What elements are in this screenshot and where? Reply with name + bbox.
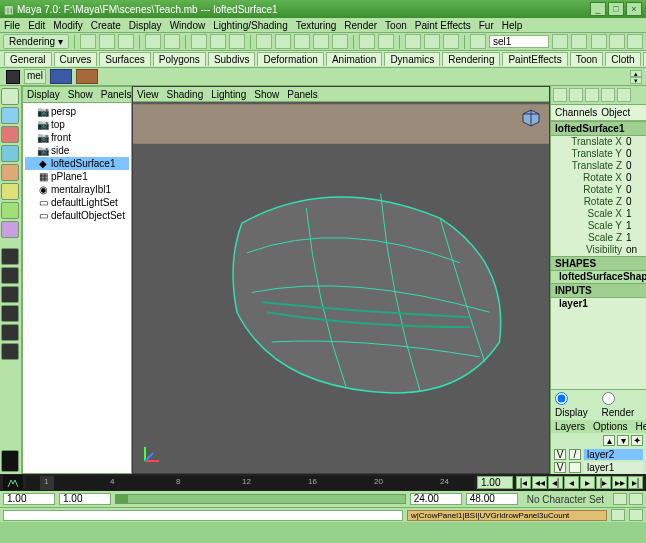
move-tool[interactable] (1, 126, 19, 143)
viewport-menu-shading[interactable]: Shading (167, 89, 204, 99)
channel-box-toggle-icon[interactable] (553, 88, 567, 102)
playback-end-field[interactable]: 24.00 (410, 493, 462, 505)
outliner-item[interactable]: ▦pPlane1 (25, 170, 129, 183)
outliner-item[interactable]: ◉mentalrayIbl1 (25, 183, 129, 196)
four-view-layout[interactable] (1, 343, 19, 360)
layer-render-mode[interactable]: Render (602, 392, 643, 418)
three-pane-layout[interactable] (1, 324, 19, 341)
play-backward-button[interactable]: ◂ (564, 476, 579, 489)
step-back-button[interactable]: ◂◂ (532, 476, 547, 489)
command-line-input[interactable] (3, 510, 403, 521)
outliner-menu-display[interactable]: Display (27, 89, 60, 100)
layer-visibility-toggle[interactable]: V (554, 462, 566, 473)
single-pane-layout[interactable] (1, 248, 19, 265)
snap-point-icon[interactable] (294, 34, 310, 49)
save-scene-button[interactable] (118, 34, 134, 49)
layer-editor-toggle-icon[interactable] (569, 88, 583, 102)
menu-render[interactable]: Render (344, 20, 377, 31)
rotate-tool[interactable] (1, 145, 19, 162)
panel-collapse-icon[interactable] (617, 88, 631, 102)
layer-menu-layers[interactable]: Layers (555, 421, 585, 432)
snap-live-icon[interactable] (332, 34, 348, 49)
undo-button[interactable] (145, 34, 161, 49)
outliner-menu-show[interactable]: Show (68, 89, 93, 100)
shelf-tab-cloth[interactable]: Cloth (605, 52, 640, 66)
menu-create[interactable]: Create (91, 20, 121, 31)
attr-value[interactable]: 1 (626, 208, 644, 220)
layer-display-type-toggle[interactable]: / (569, 449, 581, 460)
new-scene-button[interactable] (80, 34, 96, 49)
layer-menu-options[interactable]: Options (593, 421, 627, 432)
layer-menu-help[interactable]: Help (635, 421, 646, 432)
quick-select-field[interactable] (489, 35, 549, 48)
playback-start-field[interactable]: 1.00 (59, 493, 111, 505)
redo-button[interactable] (164, 34, 180, 49)
layer-name[interactable]: layer2 (584, 449, 643, 460)
snap-grid-icon[interactable] (256, 34, 272, 49)
shelf-menu-icon[interactable] (6, 70, 20, 84)
viewport-menu-panels[interactable]: Panels (287, 89, 318, 99)
select-tool-icon[interactable] (191, 34, 207, 49)
maximize-button[interactable]: □ (608, 2, 624, 16)
menu-window[interactable]: Window (170, 20, 206, 31)
current-time-field[interactable]: 1.00 (477, 476, 513, 489)
shelf-tab-rendering[interactable]: Rendering (442, 52, 500, 66)
layer-visibility-toggle[interactable]: V (554, 449, 566, 460)
new-layer-icon[interactable]: ✦ (631, 435, 643, 446)
menu-edit[interactable]: Edit (28, 20, 45, 31)
manipulator-tool[interactable] (1, 183, 19, 200)
two-pane-side-layout[interactable] (1, 286, 19, 303)
close-button[interactable]: × (626, 2, 642, 16)
history-on-icon[interactable] (359, 34, 375, 49)
menu-texturing[interactable]: Texturing (296, 20, 337, 31)
menu-modify[interactable]: Modify (53, 20, 82, 31)
shelf-tab-animation[interactable]: Animation (326, 52, 382, 66)
shelf-scroll-up[interactable]: ▴ (630, 70, 642, 77)
outliner-item[interactable]: ◆loftedSurface1 (25, 157, 129, 170)
shelf-scroll-down[interactable]: ▾ (630, 77, 642, 84)
attribute-editor-icon[interactable] (585, 88, 599, 102)
shelf-tab-polygons[interactable]: Polygons (153, 52, 206, 66)
tab-object[interactable]: Object (601, 107, 630, 118)
shelf-tab-painteffects[interactable]: PaintEffects (502, 52, 567, 66)
menu-fur[interactable]: Fur (479, 20, 494, 31)
go-to-end-button[interactable]: ▸| (628, 476, 643, 489)
prev-key-button[interactable]: ◂| (548, 476, 563, 489)
attr-value[interactable]: 1 (626, 232, 644, 244)
outliner-item[interactable]: 📷persp (25, 105, 129, 118)
shelf-tab-dynamics[interactable]: Dynamics (384, 52, 440, 66)
layer-display-type-toggle[interactable] (569, 462, 581, 473)
attr-value[interactable]: 1 (626, 220, 644, 232)
anim-prefs-button[interactable] (629, 493, 643, 505)
outliner-item[interactable]: 📷front (25, 131, 129, 144)
script-editor-button[interactable] (611, 509, 625, 521)
attr-value[interactable]: 0 (626, 148, 644, 160)
view-cube-icon[interactable] (521, 108, 541, 128)
viewport-menu-view[interactable]: View (137, 89, 159, 99)
shelf-tab-toon[interactable]: Toon (570, 52, 604, 66)
menu-lightingshading[interactable]: Lighting/Shading (213, 20, 288, 31)
anim-start-field[interactable]: 1.00 (3, 493, 55, 505)
two-pane-stack-layout[interactable] (1, 305, 19, 322)
help-line-toggle[interactable] (629, 509, 643, 521)
character-set-display[interactable]: No Character Set (522, 494, 609, 505)
layer-display-mode[interactable]: Display (555, 392, 596, 418)
show-channel-box[interactable] (627, 34, 643, 49)
shelf-tab-surfaces[interactable]: Surfaces (99, 52, 150, 66)
range-slider[interactable] (115, 494, 406, 504)
outliner-item[interactable]: 📷side (25, 144, 129, 157)
mel-tab[interactable]: mel (24, 69, 46, 84)
menu-painteffects[interactable]: Paint Effects (415, 20, 471, 31)
attr-value[interactable]: 0 (626, 184, 644, 196)
viewport-menu-lighting[interactable]: Lighting (211, 89, 246, 99)
move-layer-down-icon[interactable]: ▾ (617, 435, 629, 446)
shelf-tab-subdivs[interactable]: Subdivs (208, 52, 256, 66)
snap-curve-icon[interactable] (275, 34, 291, 49)
quick-select-prev[interactable] (552, 34, 568, 49)
module-selector[interactable]: Rendering ▾ (3, 34, 69, 49)
menu-file[interactable]: File (4, 20, 20, 31)
scale-tool[interactable] (1, 164, 19, 181)
shape-node[interactable]: loftedSurfaceShape1 (553, 271, 646, 283)
layer-row[interactable]: Vlayer1 (551, 461, 646, 474)
attr-value[interactable]: 0 (626, 160, 644, 172)
